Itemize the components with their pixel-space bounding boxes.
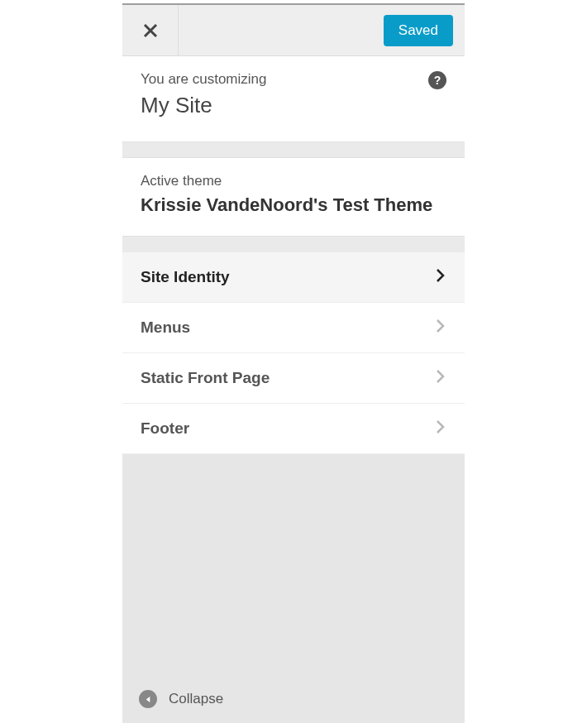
- collapse-label: Collapse: [169, 691, 223, 707]
- section-label: Menus: [141, 318, 190, 337]
- close-button[interactable]: [122, 5, 179, 55]
- section-label: Static Front Page: [141, 369, 270, 387]
- site-name: My Site: [141, 93, 446, 118]
- customizer-panel: Saved You are customizing My Site ? Acti…: [122, 3, 465, 723]
- section-site-identity[interactable]: Site Identity: [122, 252, 465, 303]
- sections-list: Site Identity Menus Static Front Page Fo…: [122, 252, 465, 454]
- section-label: Footer: [141, 419, 189, 438]
- section-static-front-page[interactable]: Static Front Page: [122, 353, 465, 404]
- collapse-button[interactable]: Collapse: [122, 677, 465, 723]
- close-icon: [142, 22, 159, 39]
- topbar: Saved: [122, 5, 465, 56]
- help-icon[interactable]: ?: [428, 71, 446, 89]
- customizing-header: You are customizing My Site ?: [122, 56, 465, 141]
- divider: [122, 236, 465, 252]
- saved-button[interactable]: Saved: [384, 15, 453, 46]
- topbar-actions: Saved: [179, 5, 465, 55]
- chevron-right-icon: [435, 267, 446, 287]
- chevron-right-icon: [435, 419, 446, 438]
- chevron-right-icon: [435, 318, 446, 338]
- section-footer[interactable]: Footer: [122, 404, 465, 454]
- active-theme-label: Active theme: [141, 173, 446, 189]
- chevron-right-icon: [435, 368, 446, 388]
- active-theme-block: Active theme Krissie VandeNoord's Test T…: [122, 158, 465, 236]
- collapse-arrow-icon: [139, 690, 157, 708]
- section-menus[interactable]: Menus: [122, 303, 465, 353]
- divider: [122, 141, 465, 158]
- customizing-prefix: You are customizing: [141, 71, 446, 88]
- empty-area: [122, 454, 465, 677]
- active-theme-name: Krissie VandeNoord's Test Theme: [141, 193, 446, 218]
- section-label: Site Identity: [141, 268, 230, 286]
